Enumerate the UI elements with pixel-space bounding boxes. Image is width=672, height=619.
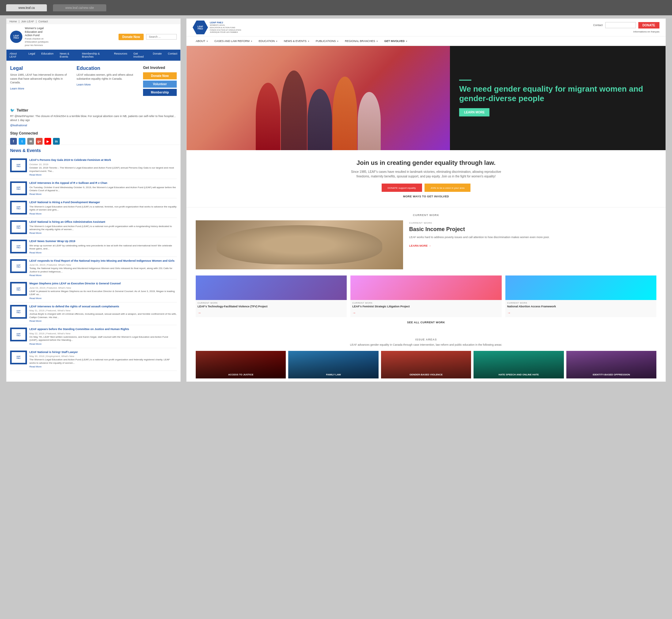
twitter-social-icon[interactable]: t	[19, 138, 25, 145]
featured-work-image	[196, 220, 403, 269]
work-card-link-1[interactable]: →	[198, 311, 201, 315]
linkedin-icon[interactable]: in	[53, 138, 60, 145]
facebook-icon[interactable]: f	[10, 138, 17, 145]
left-legal-learn-more[interactable]: Learn More	[10, 87, 24, 90]
left-twitter-header: 🐦 Twitter	[10, 108, 177, 113]
work-card-image-1	[196, 275, 347, 300]
browser-tab-2[interactable]: www.leaf.ca/new-site	[53, 4, 106, 11]
right-topbar: LEAFFAEJ LEAF FAEJ WOMEN'S LEGAL EDUCATI…	[186, 19, 666, 37]
work-card-label-3: CURRENT WORK	[507, 302, 655, 304]
left-search-input[interactable]	[146, 34, 177, 40]
hero-image	[186, 46, 450, 150]
right-logo-icon: LEAFFAEJ	[193, 20, 208, 34]
issue-card-label-2: FAMILY LAW	[290, 373, 376, 376]
news-read-more-4[interactable]: Read More	[29, 232, 177, 234]
left-nav-membership[interactable]: Membership & Branches	[79, 50, 111, 61]
left-nav-education[interactable]: Education	[38, 50, 57, 61]
hero-heading: We need gender equality for migrant wome…	[459, 84, 656, 103]
right-nav-cases[interactable]: CASES AND LAW REFORM ▼	[211, 37, 256, 46]
issue-cards: ACCESS TO JUSTICE FAMILY LAW GENDER-BASE…	[196, 351, 656, 379]
news-content-5: LEAF News Summer Wrap Up 2019 We wrap up…	[29, 239, 177, 254]
news-read-more-5[interactable]: Read More	[29, 251, 177, 254]
left-news-title: News & Events	[10, 148, 177, 153]
news-read-more-3[interactable]: Read More	[29, 212, 177, 215]
join-body: Since 1985, LEAF's cases have resulted i…	[350, 169, 503, 179]
right-nav-getinvolved[interactable]: GET INVOLVED ▼	[381, 37, 411, 46]
news-read-more-6[interactable]: Read More	[29, 274, 177, 277]
left-legal-section: Legal Since 1985, LEAF has intervened in…	[10, 66, 70, 97]
hero-text: We need gender equality for migrant wome…	[450, 46, 666, 150]
issue-card-5[interactable]: IDENTITY-BASED OPPRESSION	[566, 351, 656, 379]
youtube-icon[interactable]: ▶	[45, 138, 51, 145]
news-read-more-9[interactable]: Read More	[29, 343, 177, 345]
left-nav-news[interactable]: News & Events	[57, 50, 79, 61]
left-logo-text: Women's Legal Education and Action Fund …	[25, 27, 49, 47]
left-nav-getinvolved[interactable]: Get Involved	[130, 50, 150, 61]
issue-card-3[interactable]: GENDER-BASED VIOLENCE	[381, 351, 471, 379]
browser-tab-1[interactable]: www.leaf.ca	[6, 4, 47, 11]
left-nav-legal[interactable]: Legal	[25, 50, 38, 61]
news-read-more-10[interactable]: Read More	[29, 365, 177, 368]
left-nav-donate[interactable]: Donate	[150, 50, 165, 61]
right-nav-branches[interactable]: REGIONAL BRANCHES ▼	[342, 37, 381, 46]
issue-card-4[interactable]: HATE SPEECH AND ONLINE HATE	[473, 351, 564, 379]
work-card-link-2[interactable]: →	[352, 311, 356, 315]
news-read-more-2[interactable]: Read More	[29, 193, 177, 196]
left-education-section: Education LEAF educates women, girls and…	[77, 66, 137, 97]
news-item: LEAFFAEJ LEAF National is hiring an Offi…	[10, 218, 177, 237]
right-nav-about[interactable]: ABOUT ▼	[193, 37, 211, 46]
right-nav-education[interactable]: EDUCATION ▼	[256, 37, 281, 46]
left-panel: Home | Join LEAF | Contact LEAFFAEJ Wome…	[6, 18, 181, 382]
work-card-image-2	[350, 275, 501, 300]
left-gi-volunteer-button[interactable]: Volunteer	[143, 81, 177, 88]
cases-dropdown-icon: ▼	[250, 40, 253, 42]
googleplus-icon[interactable]: g+	[36, 138, 43, 145]
email-icon[interactable]: ✉	[27, 138, 34, 145]
hero-learn-more-button[interactable]: LEARN MORE	[459, 108, 490, 117]
left-nav-resources[interactable]: Resources	[111, 50, 130, 61]
left-join-link[interactable]: Join LEAF	[21, 20, 34, 23]
left-nav-contact[interactable]: Contact	[165, 50, 180, 61]
right-donate-button[interactable]: DONATE	[638, 22, 659, 28]
see-all-work-link[interactable]: SEE ALL CURRENT WORK	[196, 321, 656, 324]
news-read-more-7[interactable]: Read More	[29, 297, 177, 300]
left-contact-link[interactable]: Contact	[38, 20, 48, 23]
left-gi-membership-button[interactable]: Membership	[143, 89, 177, 96]
issue-card-1[interactable]: ACCESS TO JUSTICE	[196, 351, 286, 379]
news-item: LEAFFAEJ LEAF National is hiring! Staff …	[10, 348, 177, 371]
featured-work-body: LEAF works hard to address poverty issue…	[409, 235, 656, 239]
left-nav-about[interactable]: About LEAF	[6, 50, 25, 61]
news-item: LEAFFAEJ LEAF intervenes to defend the r…	[10, 302, 177, 325]
news-item: LEAFFAEJ LEAF responds to Final Report o…	[10, 257, 177, 279]
right-contact-link[interactable]: Contact	[593, 23, 602, 27]
join-voice-button[interactable]: JOIN to be a voice in your area	[425, 184, 471, 192]
news-content-2: LEAF Intervenes in the Appeal of R v Sul…	[29, 182, 177, 196]
left-gi-donate-button[interactable]: Donate Now	[143, 72, 177, 79]
news-item: LEAFFAEJ LEAF News Summer Wrap Up 2019 W…	[10, 237, 177, 257]
left-education-learn-more[interactable]: Learn More	[77, 83, 91, 86]
left-header: LEAFFAEJ Women's Legal Education and Act…	[6, 24, 180, 50]
current-work-label: CURRENT WORK	[196, 214, 656, 217]
right-fr-link[interactable]: Informations en français	[633, 30, 659, 33]
news-dropdown-icon: ▼	[307, 40, 310, 42]
left-nav: About LEAF Legal Education News & Events…	[6, 50, 180, 61]
news-read-more-8[interactable]: Read More	[29, 320, 177, 322]
news-read-more-1[interactable]: Read More	[29, 174, 177, 176]
join-donate-button[interactable]: DONATE support equality	[382, 184, 422, 192]
news-content-8: LEAF intervenes to defend the rights of …	[29, 305, 177, 322]
right-nav-news[interactable]: NEWS & EVENTS ▼	[281, 37, 313, 46]
issue-card-label-3: GENDER-BASED VIOLENCE	[383, 373, 469, 376]
more-ways-link[interactable]: MORE WAYS TO GET INVOLVED	[199, 195, 653, 198]
featured-work: CURRENT WORK Basic Income Project LEAF w…	[196, 220, 656, 269]
left-education-title: Education	[77, 66, 137, 71]
left-home-link[interactable]: Home	[9, 20, 17, 23]
right-search-input[interactable]	[605, 22, 636, 28]
right-nav-publications[interactable]: PUBLICATIONS ▼	[313, 37, 342, 46]
right-logo-area: LEAFFAEJ LEAF FAEJ WOMEN'S LEGAL EDUCATI…	[193, 20, 241, 34]
left-donate-button[interactable]: Donate Now	[119, 34, 144, 40]
featured-work-learn-more[interactable]: LEARN MORE →	[409, 244, 431, 247]
work-card-link-3[interactable]: →	[507, 311, 511, 315]
right-search-area	[605, 22, 636, 28]
hero-section: We need gender equality for migrant wome…	[186, 46, 666, 150]
issue-card-2[interactable]: FAMILY LAW	[288, 351, 378, 379]
